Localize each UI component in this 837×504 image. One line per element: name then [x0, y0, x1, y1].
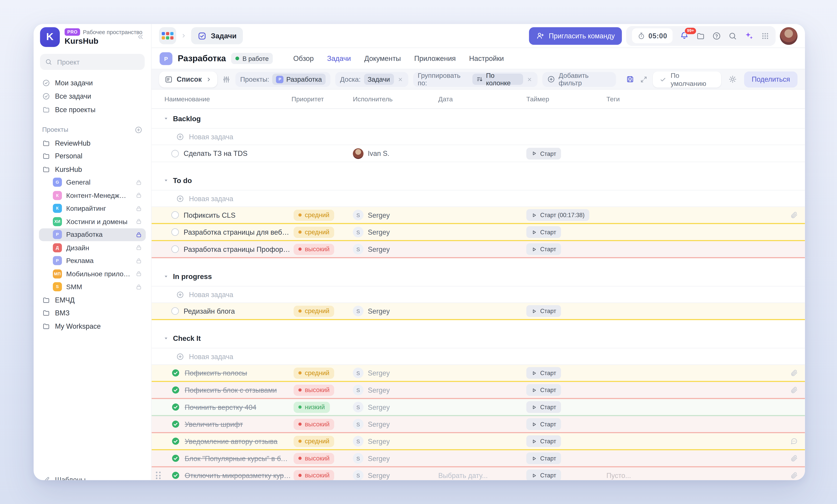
- tab-tasks[interactable]: Задачи: [327, 52, 351, 64]
- task-completed-icon[interactable]: [171, 386, 180, 394]
- save-view-icon[interactable]: [626, 75, 635, 84]
- paperclip-icon[interactable]: [790, 211, 798, 219]
- task-completed-icon[interactable]: [171, 420, 180, 428]
- paperclip-icon[interactable]: [790, 386, 798, 394]
- task-row[interactable]: Отключить микроразметку курсов,... высок…: [152, 467, 805, 480]
- user-avatar[interactable]: [780, 27, 798, 44]
- share-button[interactable]: Поделиться: [744, 71, 798, 87]
- sliders-filter-icon[interactable]: [222, 75, 231, 83]
- drag-handle[interactable]: [156, 472, 161, 479]
- new-task-row[interactable]: Новая задача: [152, 129, 805, 145]
- folder-vmz[interactable]: ВМЗ: [39, 306, 146, 320]
- column-header-name[interactable]: Наименование: [152, 95, 291, 103]
- caret-down-icon[interactable]: [163, 115, 169, 122]
- task-complete-toggle[interactable]: [171, 228, 179, 236]
- group-header[interactable]: Check It: [152, 329, 805, 348]
- tab-settings[interactable]: Настройки: [469, 52, 504, 64]
- task-complete-toggle[interactable]: [171, 245, 179, 253]
- remove-filter-icon[interactable]: [397, 76, 403, 82]
- task-row[interactable]: Починить верстку 404 низкий S Sergey Ста…: [152, 399, 805, 416]
- filter-chip-board[interactable]: Доска: Задачи: [335, 72, 408, 87]
- timer-start-button[interactable]: Старт: [526, 418, 561, 430]
- task-name[interactable]: Редизайн блога: [184, 307, 235, 315]
- preset-selector[interactable]: По умолчанию: [653, 71, 722, 87]
- app-chip-tasks[interactable]: Задачи: [191, 27, 243, 44]
- comment-icon[interactable]: [790, 437, 798, 445]
- timer-start-button[interactable]: Старт: [526, 384, 561, 396]
- task-completed-icon[interactable]: [171, 454, 180, 463]
- invite-team-button[interactable]: Пригласить команду: [529, 27, 622, 44]
- timer-start-button[interactable]: Старт (00:17:38): [526, 209, 589, 221]
- task-name[interactable]: Разработка страницы для вебинаров: [184, 228, 291, 236]
- column-header-date[interactable]: Дата: [438, 95, 526, 103]
- sidebar-project-content-management[interactable]: К Контент-Менеджмент: [39, 189, 146, 202]
- priority-badge[interactable]: низкий: [293, 402, 330, 413]
- group-header[interactable]: In progress: [152, 267, 805, 286]
- task-name[interactable]: Сделать ТЗ на TDS: [184, 149, 248, 157]
- help-icon[interactable]: [712, 31, 721, 40]
- folder-icon[interactable]: [696, 31, 705, 40]
- priority-badge[interactable]: средний: [293, 368, 334, 378]
- task-complete-toggle[interactable]: [171, 307, 179, 315]
- timer-start-button[interactable]: Старт: [526, 469, 561, 480]
- folder-emchd[interactable]: ЕМЧД: [39, 294, 146, 306]
- tab-overview[interactable]: Обзор: [293, 52, 314, 64]
- sparkles-ai-icon[interactable]: [744, 31, 754, 41]
- task-row[interactable]: Блок "Популярные курсы" в блоге высокий …: [152, 450, 805, 467]
- apps-grid-icon[interactable]: [159, 27, 176, 44]
- timer-start-button[interactable]: Старт: [526, 243, 561, 255]
- project-status-badge[interactable]: В работе: [231, 53, 273, 64]
- date-cell[interactable]: Выбрать дату...: [438, 470, 526, 480]
- column-header-timer[interactable]: Таймер: [526, 95, 606, 103]
- priority-badge[interactable]: высокий: [293, 453, 335, 464]
- folder-my-workspace[interactable]: My Workspace: [39, 320, 146, 333]
- priority-badge[interactable]: средний: [293, 305, 334, 317]
- gear-icon[interactable]: [728, 75, 737, 84]
- search-icon[interactable]: [728, 31, 737, 40]
- priority-badge[interactable]: средний: [293, 227, 334, 238]
- timer-start-button[interactable]: Старт: [526, 401, 561, 413]
- task-complete-toggle[interactable]: [171, 211, 179, 219]
- task-row[interactable]: Разработка страницы для вебинаров средни…: [152, 224, 805, 241]
- task-name[interactable]: Уведомление автору отзыва: [185, 437, 278, 445]
- add-filter-button[interactable]: Добавить фильтр: [542, 72, 616, 87]
- task-completed-icon[interactable]: [171, 369, 180, 377]
- timer-start-button[interactable]: Старт: [526, 226, 561, 238]
- tab-apps[interactable]: Приложения: [414, 52, 456, 64]
- expand-fullscreen-icon[interactable]: [640, 75, 648, 83]
- task-name[interactable]: Пофиксить CLS: [184, 211, 235, 219]
- add-project-icon[interactable]: [135, 126, 143, 134]
- filter-chip-group-by[interactable]: Группировать по: По колонке: [413, 72, 537, 87]
- task-complete-toggle[interactable]: [171, 150, 179, 157]
- notifications-bell-icon[interactable]: 99+: [679, 31, 689, 41]
- grid-dots-icon[interactable]: [761, 31, 770, 40]
- folder-reviewhub[interactable]: ReviewHub: [39, 136, 146, 150]
- task-name[interactable]: Увеличить шрифт: [185, 420, 243, 428]
- caret-down-icon[interactable]: [163, 177, 169, 183]
- priority-badge[interactable]: высокий: [293, 419, 335, 430]
- new-task-row[interactable]: Новая задача: [152, 348, 805, 365]
- task-name[interactable]: Отключить микроразметку курсов,...: [185, 471, 291, 479]
- caret-down-icon[interactable]: [163, 335, 169, 341]
- timer-start-button[interactable]: Старт: [526, 305, 561, 317]
- folder-kurshub[interactable]: KursHub: [39, 163, 146, 176]
- task-row[interactable]: Уведомление автору отзыва средний S Serg…: [152, 433, 805, 450]
- workspace-header[interactable]: K PRO Рабочее пространство KursHub: [34, 24, 151, 49]
- new-task-row[interactable]: Новая задача: [152, 286, 805, 303]
- timer-widget[interactable]: 05:00: [632, 28, 673, 43]
- collapse-sidebar-icon[interactable]: [136, 33, 145, 41]
- filter-chip-projects[interactable]: Проекты: P Разработка: [235, 72, 331, 87]
- group-header[interactable]: To do: [152, 171, 805, 190]
- tab-documents[interactable]: Документы: [364, 52, 401, 64]
- task-name[interactable]: Починить верстку 404: [185, 403, 256, 411]
- column-header-tags[interactable]: Теги: [606, 95, 805, 103]
- task-row[interactable]: Редизайн блога средний S Sergey Старт: [152, 303, 805, 320]
- sidebar-item-templates[interactable]: Шаблоны: [42, 472, 143, 480]
- new-task-row[interactable]: Новая задача: [152, 190, 805, 207]
- task-completed-icon[interactable]: [171, 437, 180, 445]
- task-name[interactable]: Разработка страницы Профориент...: [184, 245, 291, 253]
- timer-start-button[interactable]: Старт: [526, 435, 561, 447]
- task-name[interactable]: Пофиксить полосы: [185, 369, 247, 377]
- priority-badge[interactable]: высокий: [293, 385, 335, 396]
- sidebar-project-hosting[interactable]: ХИ Хостинги и домены: [39, 215, 146, 228]
